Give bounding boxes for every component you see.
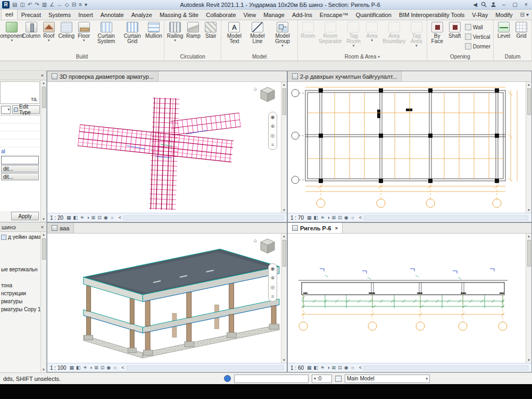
scroll-thumb[interactable] — [282, 88, 286, 115]
shadows-icon[interactable]: ◑ — [89, 364, 92, 371]
undo-icon[interactable]: ↶ — [28, 1, 32, 9]
scroll-thumb[interactable] — [282, 240, 286, 267]
thin-lines-icon[interactable]: ≡ — [79, 1, 82, 9]
tag-area-button[interactable]: Tag Area▾ — [408, 21, 425, 53]
crop-view-icon[interactable]: ⊞ — [332, 364, 336, 371]
drawing-canvas[interactable]: ▲ ▼ — [288, 234, 531, 363]
visual-style-icon[interactable]: ◧ — [314, 214, 319, 221]
shadows-icon[interactable]: ◑ — [327, 214, 329, 221]
detail-level-icon[interactable]: ▦ — [307, 214, 312, 221]
print-icon[interactable]: ▥ — [42, 1, 47, 9]
sun-path-icon[interactable]: ☀ — [320, 214, 325, 221]
section-icon[interactable]: ⊟ — [72, 1, 76, 9]
temporary-hide-icon[interactable]: ◉ — [344, 214, 348, 221]
shadows-icon[interactable]: ◑ — [327, 364, 329, 371]
scroll-left-icon[interactable]: < — [121, 365, 124, 370]
column-button[interactable]: Column — [23, 21, 40, 53]
tab-collaborate[interactable]: Collaborate — [202, 10, 239, 20]
show-crop-icon[interactable]: ⊡ — [338, 214, 342, 221]
search-icon[interactable] — [481, 2, 487, 7]
ribbon-state-icon[interactable]: ⊟ — [520, 11, 525, 19]
drawing-canvas[interactable]: ⌂ ◉ ⊕ ◎ ≡ ▲ — [47, 234, 287, 363]
reveal-hidden-icon[interactable]: ☼ — [113, 364, 117, 371]
tab-bim-interoperability[interactable]: BIM Interoperability Tools — [395, 10, 468, 20]
scroll-down-icon[interactable]: ▼ — [527, 207, 530, 213]
roof-button[interactable]: Roof▾ — [40, 21, 57, 53]
scroll-down-icon[interactable]: ▼ — [42, 367, 45, 372]
tab-insert[interactable]: Insert — [74, 10, 97, 20]
tab-modify[interactable]: Modify — [492, 10, 516, 20]
design-options-dropdown[interactable]: Main Model▾ — [345, 375, 430, 383]
browser-header[interactable]: шинэ × — [0, 222, 46, 232]
nav-menu-icon[interactable]: ≡ — [271, 294, 274, 299]
ramp-button[interactable]: Ramp — [185, 21, 202, 53]
crop-view-icon[interactable]: ⊞ — [94, 364, 98, 371]
tab-steel[interactable]: eel — [1, 9, 18, 20]
view-cube[interactable]: ⌂ — [254, 85, 278, 106]
navigation-bar[interactable]: ◉ ⊕ ◎ ≡ — [268, 112, 277, 150]
viewport-tab[interactable]: 3D проверка диаметров арматур... — [47, 71, 159, 81]
browser-tree[interactable]: д үейин арматур ые вертикальн тона нстру… — [0, 232, 46, 372]
tab-quantification[interactable]: Quantification — [352, 10, 395, 20]
edit-button[interactable]: dit... — [1, 173, 39, 180]
pan-icon[interactable]: ⊕ — [271, 275, 275, 280]
aligned-dimension-icon[interactable]: ↔ — [57, 1, 62, 9]
tree-item[interactable] — [1, 273, 40, 281]
show-crop-icon[interactable]: ⊡ — [101, 364, 105, 371]
tab-enscape[interactable]: Enscape™ — [316, 10, 352, 20]
property-value-input[interactable] — [1, 156, 39, 164]
scroll-down-icon[interactable]: ▼ — [282, 358, 286, 363]
detail-level-icon[interactable]: ▦ — [70, 364, 74, 371]
curtain-system-button[interactable]: Curtain System — [93, 21, 120, 53]
scroll-thumb[interactable] — [527, 240, 531, 267]
vertical-scrollbar[interactable]: ▲ ▼ — [281, 82, 287, 213]
revit-app-menu[interactable]: R — [2, 1, 10, 9]
panel-label-datum[interactable]: Datum — [494, 53, 531, 61]
property-row-link[interactable]: al — [0, 147, 40, 155]
room-button[interactable]: Room — [300, 21, 317, 53]
horizontal-scrollbar[interactable] — [127, 365, 284, 370]
measure-icon[interactable]: ∠ — [49, 1, 54, 9]
scroll-up-icon[interactable]: ▲ — [42, 232, 45, 237]
sun-path-icon[interactable]: ☀ — [320, 364, 325, 371]
user-icon[interactable] — [491, 2, 496, 7]
close-button[interactable]: × — [522, 2, 530, 7]
edit-button[interactable]: dit... — [1, 165, 39, 172]
view-cube[interactable]: ⌂ — [254, 237, 278, 258]
tab-analyze[interactable]: Analyze — [128, 10, 156, 20]
stair-button[interactable]: Stair — [202, 21, 219, 53]
home-icon[interactable]: ⌂ — [254, 237, 257, 244]
selection-count-field[interactable]: ▾:0 — [312, 375, 332, 383]
scale-button[interactable]: 1 : 20 — [50, 215, 64, 221]
scroll-down-icon[interactable]: ▼ — [282, 207, 286, 213]
detail-level-icon[interactable]: ▦ — [307, 364, 312, 371]
show-crop-icon[interactable]: ⊡ — [338, 364, 342, 371]
railing-button[interactable]: Railing▾ — [166, 21, 185, 53]
open-icon[interactable]: ▤ — [12, 1, 17, 9]
scroll-thumb[interactable] — [42, 87, 46, 108]
vertical-opening-button[interactable]: Vertical — [464, 32, 492, 41]
scroll-down-icon[interactable]: ▼ — [42, 217, 45, 222]
apply-button[interactable]: Apply — [11, 212, 39, 220]
property-grid[interactable]: al dit... dit... — [0, 115, 40, 211]
shadows-icon[interactable]: ◑ — [86, 214, 89, 221]
tree-item[interactable]: рматуры Copy 1 — [1, 305, 40, 313]
grid-button[interactable]: Grid — [513, 21, 530, 53]
nav-menu-icon[interactable]: ≡ — [271, 142, 274, 147]
vertical-scrollbar[interactable]: ▲ ▼ — [526, 234, 531, 363]
search-combo[interactable]: ▾ — [1, 106, 11, 114]
drawing-canvas[interactable]: ▲ ▼ — [288, 82, 531, 213]
navigation-bar[interactable]: ◉ ⊕ ◎ ≡ — [268, 263, 277, 302]
area-button[interactable]: Area▾ — [363, 21, 380, 53]
temporary-hide-icon[interactable]: ◉ — [104, 214, 108, 221]
tab-systems[interactable]: Systems — [45, 10, 74, 20]
scroll-thumb[interactable] — [42, 238, 46, 260]
tab-precast[interactable]: Precast — [18, 10, 45, 20]
zoom-icon[interactable]: ◎ — [271, 285, 275, 290]
worksharing-status-icon[interactable] — [224, 375, 231, 382]
scroll-down-icon[interactable]: ▼ — [527, 358, 530, 363]
property-row[interactable] — [0, 139, 40, 147]
panel-label-circulation[interactable]: Circulation — [164, 53, 221, 61]
steering-wheel-icon[interactable]: ◉ — [271, 114, 275, 120]
detail-level-icon[interactable]: ▦ — [66, 214, 71, 221]
